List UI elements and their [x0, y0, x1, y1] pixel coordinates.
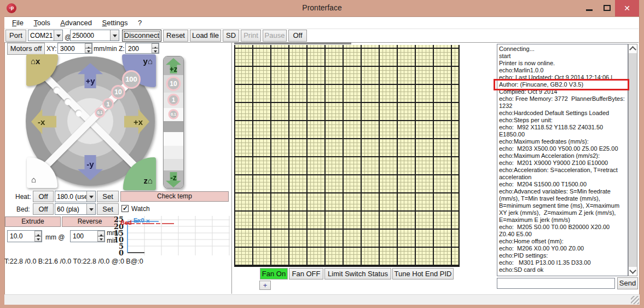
off-button[interactable]: Off	[288, 30, 307, 42]
reset-button[interactable]: Reset	[163, 30, 188, 42]
spin-down-icon[interactable]	[34, 236, 42, 242]
resize-grip-icon[interactable]	[631, 296, 639, 304]
reverse-button[interactable]: Reverse	[62, 216, 118, 227]
z-track-segment[interactable]	[164, 159, 183, 170]
home-icon: ⌂	[31, 56, 36, 66]
bed-preset-select[interactable]: 60 (pla)	[55, 203, 96, 215]
watch-label: Watch	[131, 205, 150, 213]
chevron-down-icon[interactable]	[86, 191, 95, 202]
send-button[interactable]: Send	[617, 277, 638, 289]
ytick-0: 0	[112, 249, 124, 257]
chevron-down-icon[interactable]	[110, 30, 119, 41]
jog-plus-z-button[interactable]: +z	[166, 58, 181, 73]
heat-set-button[interactable]: Set	[97, 191, 119, 202]
menu-settings[interactable]: Settings	[102, 17, 128, 27]
spin-down-icon[interactable]	[152, 48, 159, 53]
sd-button[interactable]: SD	[223, 30, 239, 42]
z-step-1-segment[interactable]: 1	[164, 93, 183, 108]
limit-switch-status-button[interactable]: Limit Switch Status	[324, 268, 391, 280]
jog-step-1: 1	[102, 98, 114, 110]
window-title: Pronterface	[0, 3, 644, 12]
panel-divider[interactable]	[231, 43, 232, 294]
scroll-up-icon[interactable]	[629, 44, 637, 53]
heat-label: Heat:	[15, 193, 31, 201]
xy-feed-input[interactable]: 3000	[57, 43, 92, 54]
menu-file[interactable]: File	[12, 17, 24, 27]
spin-down-icon[interactable]	[85, 48, 92, 53]
window-status-bar	[4, 294, 640, 305]
temperature-graph: 25 20 15 10 5 0 Bed Ex0	[125, 216, 230, 255]
toolbar: Port COM21 @ 250000 Disconnect Reset Loa…	[4, 29, 639, 43]
add-custom-button[interactable]: +	[259, 281, 271, 290]
close-button[interactable]: ✕	[615, 0, 639, 16]
menu-tools[interactable]: Tools	[33, 17, 50, 27]
jog-dot	[64, 98, 71, 105]
home-icon: ⌂	[148, 176, 153, 185]
fan-off-button[interactable]: Fan OFF	[289, 268, 323, 280]
motors-off-button[interactable]: Motors off	[7, 43, 45, 55]
extrude-button[interactable]: Extrude	[5, 216, 61, 227]
z-step-10-segment[interactable]: 10	[164, 75, 183, 93]
z-step-01-segment[interactable]: 0.1	[164, 108, 183, 121]
jog-minus-z-button[interactable]: -z	[166, 172, 181, 187]
heat-preset-select[interactable]: 180.0 (user	[55, 191, 96, 202]
spin-up-icon[interactable]	[34, 231, 42, 236]
z-track-segment[interactable]	[164, 146, 183, 159]
chevron-down-icon[interactable]	[86, 204, 95, 214]
z-feed-label: mm/min Z:	[94, 45, 125, 53]
print-bed-grid[interactable]	[234, 45, 460, 267]
maximize-icon	[604, 5, 611, 11]
author-line-highlight-annotation	[494, 79, 629, 90]
bed-set-button[interactable]: Set	[97, 203, 119, 215]
menu-advanced[interactable]: Advanced	[60, 17, 92, 27]
menu-help[interactable]: ?	[138, 17, 142, 27]
heat-off-button[interactable]: Off	[33, 191, 54, 202]
home-icon: ⌂	[31, 175, 36, 184]
gcode-command-input[interactable]	[497, 278, 615, 289]
home-icon: ⌂	[148, 56, 153, 66]
z-plus-segment[interactable]: +z	[164, 56, 183, 75]
fan-on-button[interactable]: Fan On	[260, 268, 288, 280]
z-minus-segment[interactable]: -z	[164, 170, 183, 189]
mm-at-label: mm @	[45, 233, 65, 241]
bed-series-label: Bed	[120, 219, 132, 226]
pause-button[interactable]: Pause	[263, 30, 287, 42]
spin-up-icon[interactable]	[85, 43, 92, 48]
menubar: File Tools Advanced Settings ?	[4, 17, 639, 29]
maximize-button[interactable]	[599, 0, 615, 16]
z-jog-column: +z 10 1 0.1 -z	[163, 56, 184, 189]
extrude-speed-input[interactable]: 100	[70, 230, 105, 242]
port-button[interactable]: Port	[5, 30, 26, 42]
tune-hot-end-pid-button[interactable]: Tune Hot End PID	[392, 268, 454, 280]
jog-step-100: 100	[122, 70, 141, 89]
z-track-segment[interactable]	[164, 121, 183, 132]
spin-up-icon[interactable]	[97, 231, 105, 236]
temperature-status-line: T:22.8 /0.0 B:21.6 /0.0 T0:22.8 /0.0 @:0…	[4, 258, 143, 265]
check-temp-button[interactable]: Check temp	[120, 191, 229, 202]
console-scrollbar[interactable]	[628, 44, 637, 276]
spin-up-icon[interactable]	[152, 43, 159, 48]
bed-off-button[interactable]: Off	[33, 203, 54, 215]
disconnect-button[interactable]: Disconnect	[122, 30, 161, 42]
print-button[interactable]: Print	[241, 30, 261, 42]
port-select[interactable]: COM21	[28, 30, 63, 41]
jog-wheel: ⌂x y⌂ ⌂ z⌂ +y -y -x +x 100 10 1 0.1	[26, 56, 155, 187]
watch-checkbox[interactable]	[121, 205, 129, 212]
scroll-down-icon[interactable]	[629, 267, 637, 276]
titlebar: -p Pronterface ✕	[0, 0, 644, 16]
ex0-series-label: Ex0	[134, 217, 144, 224]
z-track-segment[interactable]	[164, 132, 183, 146]
spin-down-icon[interactable]	[97, 236, 105, 242]
jog-step-01: 0.1	[95, 107, 105, 118]
jog-step-10: 10	[111, 85, 125, 99]
load-file-button[interactable]: Load file	[190, 30, 221, 42]
jog-dot	[53, 87, 60, 94]
minimize-icon	[586, 9, 593, 11]
extrude-length-input[interactable]: 10.0	[7, 230, 42, 242]
baud-select[interactable]: 250000	[70, 30, 119, 41]
z-feed-input[interactable]: 200	[125, 43, 159, 54]
chevron-down-icon[interactable]	[54, 30, 62, 41]
xy-feed-label: XY:	[47, 45, 57, 53]
grid-top-bar	[234, 42, 351, 44]
minimize-button[interactable]	[581, 0, 597, 16]
